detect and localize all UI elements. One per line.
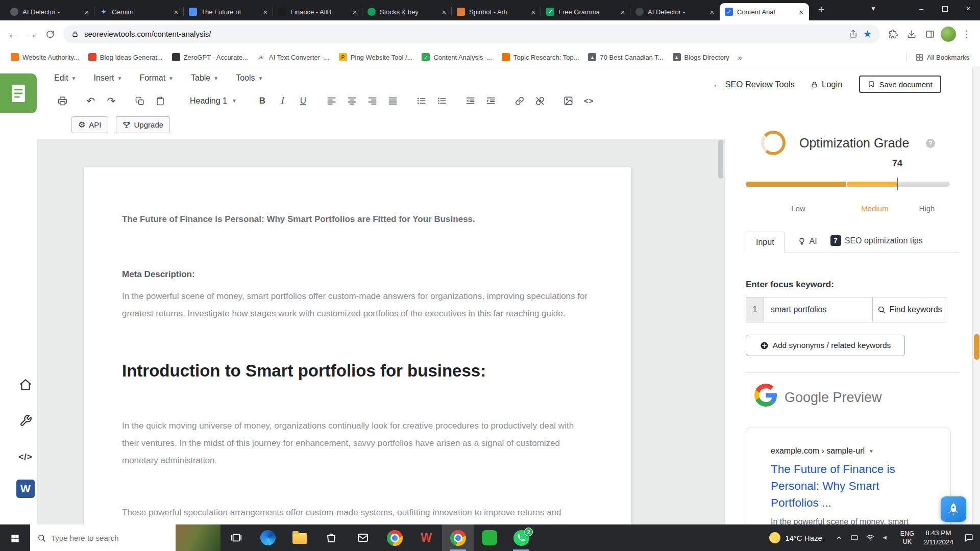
- indent-icon[interactable]: [485, 94, 497, 108]
- start-button[interactable]: [0, 524, 30, 551]
- search-highlight-image[interactable]: [176, 524, 220, 551]
- bookmark-item[interactable]: ZeroGPT - Accurate...: [167, 50, 253, 64]
- weather-widget[interactable]: 14°C Haze: [761, 532, 830, 543]
- scrollbar-thumb[interactable]: [974, 334, 979, 360]
- add-synonyms-button[interactable]: Add synonyms / related keywords: [746, 335, 905, 356]
- save-document-button[interactable]: Save document: [859, 76, 941, 93]
- wifi-icon[interactable]: [866, 534, 874, 542]
- preview-url[interactable]: example.com › sample-url▼: [771, 446, 938, 456]
- forward-icon[interactable]: →: [22, 25, 41, 43]
- bookmark-item[interactable]: Blog Ideas Generat...: [84, 50, 167, 64]
- language-indicator[interactable]: ENGUK: [895, 530, 919, 546]
- bold-icon[interactable]: B: [256, 94, 268, 108]
- browser-tab-active[interactable]: ✓Content Anal×: [720, 3, 809, 20]
- preview-title-link[interactable]: The Future of Finance is Personal: Why S…: [771, 461, 919, 511]
- browser-tab[interactable]: The Future of×: [184, 3, 273, 20]
- menu-edit[interactable]: Edit▼: [54, 73, 76, 83]
- edge-app-icon[interactable]: [252, 524, 284, 551]
- bookmark-item[interactable]: aiAI Text Converter -...: [253, 50, 334, 64]
- code-icon[interactable]: </>: [15, 447, 36, 467]
- underline-icon[interactable]: U: [297, 94, 309, 108]
- tab-close-icon[interactable]: ×: [707, 7, 717, 16]
- document-editor[interactable]: The Future of Finance is Personal: Why S…: [84, 167, 631, 524]
- browser-tab[interactable]: ✦Gemini×: [94, 3, 184, 20]
- format-select[interactable]: Heading 1▼: [190, 96, 237, 106]
- tab-search-chevron-icon[interactable]: ▼: [870, 5, 876, 12]
- all-bookmarks-button[interactable]: All Bookmarks: [911, 50, 974, 64]
- italic-icon[interactable]: I: [277, 94, 289, 108]
- bookmark-item[interactable]: Topic Research: Top...: [497, 50, 583, 64]
- tray-chevron-up-icon[interactable]: [836, 534, 843, 541]
- api-button[interactable]: ⚙API: [71, 116, 108, 133]
- find-keywords-button[interactable]: Find keywords: [873, 297, 947, 322]
- browser-tab[interactable]: Stocks & bey×: [362, 3, 452, 20]
- editor-scrollbar[interactable]: [718, 140, 723, 179]
- tab-seo-tips[interactable]: 7SEO optimization tips: [830, 235, 923, 253]
- undo-icon[interactable]: ↶: [85, 94, 97, 108]
- action-center-button[interactable]: [958, 533, 980, 542]
- home-icon[interactable]: [15, 374, 36, 395]
- numbered-list-icon[interactable]: [436, 94, 448, 108]
- browser-tab[interactable]: Finance - AllB×: [273, 3, 362, 20]
- chrome-active-app-icon[interactable]: [442, 524, 474, 551]
- align-justify-icon[interactable]: [387, 94, 399, 108]
- insert-image-icon[interactable]: [562, 94, 575, 108]
- browser-tab[interactable]: AI Detector -×: [630, 3, 720, 20]
- align-center-icon[interactable]: [346, 94, 358, 108]
- upgrade-button[interactable]: Upgrade: [116, 116, 170, 133]
- menu-format[interactable]: Format▼: [139, 73, 174, 83]
- bookmark-item[interactable]: ✓Content Analysis -...: [417, 50, 497, 64]
- tab-ai[interactable]: AI: [798, 237, 817, 253]
- source-code-icon[interactable]: <>: [583, 94, 595, 108]
- wrench-icon[interactable]: [15, 410, 36, 431]
- profile-avatar[interactable]: [939, 25, 958, 43]
- bookmarks-overflow-icon[interactable]: »: [734, 53, 746, 62]
- align-right-icon[interactable]: [366, 94, 379, 108]
- close-button[interactable]: ×: [957, 0, 980, 17]
- bookmark-item[interactable]: Website Authority...: [6, 50, 84, 64]
- chrome-app-icon[interactable]: [379, 524, 410, 551]
- tab-close-icon[interactable]: ×: [439, 7, 449, 16]
- tab-input[interactable]: Input: [746, 232, 785, 253]
- bookmark-item[interactable]: ▲70 Best Canadian T...: [583, 50, 668, 64]
- file-explorer-icon[interactable]: [284, 524, 315, 551]
- login-link[interactable]: Login: [811, 80, 842, 89]
- bookmark-item[interactable]: ▲Blogs Directory: [668, 50, 734, 64]
- minimize-button[interactable]: –: [910, 0, 933, 17]
- tab-close-icon[interactable]: ×: [797, 7, 806, 16]
- unlink-icon[interactable]: [534, 94, 546, 108]
- reload-icon[interactable]: [41, 25, 59, 43]
- new-tab-button[interactable]: +: [814, 3, 828, 17]
- address-bar[interactable]: seoreviewtools.com/content-analysis/ ★: [63, 24, 880, 43]
- tab-close-icon[interactable]: ×: [261, 7, 270, 16]
- back-icon[interactable]: ←: [4, 25, 22, 43]
- paste-icon[interactable]: [154, 94, 166, 108]
- align-left-icon[interactable]: [326, 94, 338, 108]
- tab-close-icon[interactable]: ×: [82, 7, 91, 16]
- help-icon[interactable]: ?: [926, 139, 935, 148]
- side-panel-icon[interactable]: [921, 25, 939, 43]
- share-icon[interactable]: [849, 30, 857, 38]
- copy-icon[interactable]: [134, 94, 146, 108]
- bullet-list-icon[interactable]: [415, 94, 428, 108]
- print-icon[interactable]: [56, 94, 68, 108]
- volume-icon[interactable]: [882, 534, 890, 542]
- extensions-icon[interactable]: [884, 25, 902, 43]
- keyword-input[interactable]: [764, 297, 873, 322]
- whatsapp-app-icon[interactable]: 2: [505, 524, 537, 551]
- redo-icon[interactable]: ↷: [105, 94, 117, 108]
- tab-close-icon[interactable]: ×: [618, 7, 627, 16]
- word-app-icon[interactable]: W: [15, 479, 36, 499]
- tab-close-icon[interactable]: ×: [172, 7, 181, 16]
- browser-tab[interactable]: AI Detector -×: [5, 3, 94, 20]
- maximize-button[interactable]: [933, 0, 957, 17]
- bookmark-star-icon[interactable]: ★: [863, 28, 872, 40]
- downloads-icon[interactable]: [902, 25, 921, 43]
- device-icon[interactable]: [850, 534, 859, 542]
- task-view-button[interactable]: [220, 524, 252, 551]
- wordweb-app-icon[interactable]: W: [410, 524, 442, 551]
- tab-close-icon[interactable]: ×: [350, 7, 359, 16]
- taskbar-search-input[interactable]: [51, 534, 153, 542]
- menu-table[interactable]: Table▼: [191, 73, 218, 83]
- bookmark-item[interactable]: PPing Website Tool /...: [334, 50, 418, 64]
